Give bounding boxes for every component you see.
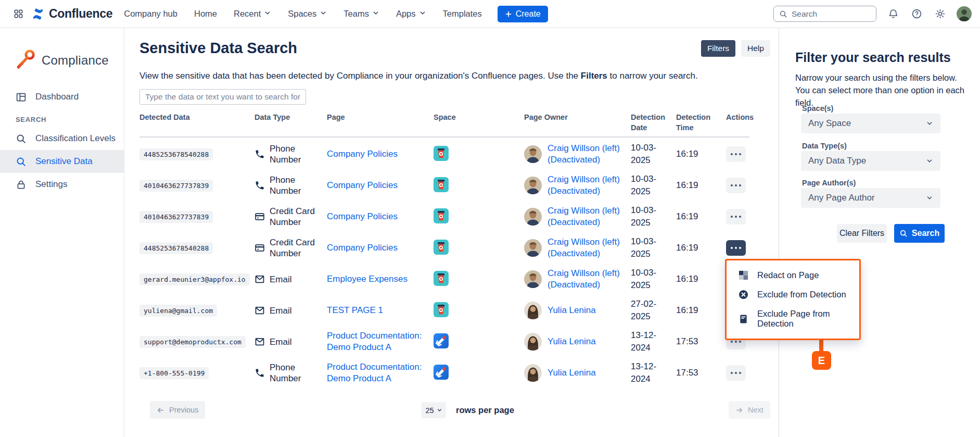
table-row: support@demoproductx.com Email Product D… <box>139 326 749 357</box>
page-description: View the sensitive data that has been de… <box>139 71 698 81</box>
previous-page-button[interactable]: Previous <box>150 401 205 419</box>
column-header-data-type: Data Type <box>254 113 327 133</box>
nav-item-home[interactable]: Home <box>194 9 217 19</box>
page-owner-link[interactable]: Craig Willson (left) (Deactivated) <box>548 268 630 291</box>
page-owner-link[interactable]: Yulia Lenina <box>548 336 596 347</box>
notifications-bell-icon[interactable] <box>886 7 900 21</box>
row-actions-button[interactable] <box>726 365 746 381</box>
detected-data-value: +1-800-555-0199 <box>139 367 209 379</box>
settings-gear-icon[interactable] <box>933 7 947 21</box>
page-owner-link[interactable]: Craig Willson (left) (Deactivated) <box>548 143 630 166</box>
page-owner-link[interactable]: Yulia Lenina <box>548 367 596 379</box>
filter-select-spaces[interactable]: Any Space <box>801 114 940 133</box>
filter-select-value: Any Data Type <box>808 156 866 166</box>
coffee-space-icon[interactable] <box>434 146 449 161</box>
page-link[interactable]: Product Documentation: Demo Product A <box>327 361 425 384</box>
global-search[interactable] <box>773 6 876 22</box>
column-header-actions: Actions <box>726 113 749 133</box>
avatar-craig <box>524 177 542 194</box>
exclude-page-icon <box>739 314 748 324</box>
dashboard-icon <box>16 92 27 103</box>
credit-card-icon <box>254 211 265 222</box>
search-icon <box>16 156 27 167</box>
page-owner-link[interactable]: Yulia Lenina <box>548 305 596 316</box>
app-switcher-icon[interactable] <box>9 5 27 23</box>
data-type-label: Phone Number <box>270 174 319 197</box>
row-actions-button[interactable] <box>726 240 746 256</box>
help-icon[interactable] <box>910 7 923 21</box>
detection-time: 16:19 <box>676 148 726 160</box>
avatar-craig <box>524 145 542 163</box>
page-link[interactable]: Company Policies <box>327 242 398 254</box>
rocket-space-icon[interactable] <box>434 365 449 380</box>
menu-item-redact-on-page[interactable]: Redact on Page <box>727 266 859 285</box>
data-search-input[interactable] <box>139 89 306 105</box>
detected-data-value: 4485253678540288 <box>139 242 213 254</box>
avatar-craig <box>524 239 542 257</box>
menu-item-exclude-page-from-detection[interactable]: Exclude Page from Detection <box>727 304 859 333</box>
filter-search-button[interactable]: Search <box>894 224 945 243</box>
compliance-app-name: Compliance <box>42 53 109 68</box>
coffee-space-icon[interactable] <box>434 177 449 192</box>
column-header-detected-data: Detected Data <box>139 113 254 133</box>
sidebar-item-classification-levels[interactable]: Classification Levels <box>0 127 124 150</box>
detected-data-value: support@demoproductx.com <box>139 336 246 348</box>
filter-select-data-types[interactable]: Any Data Type <box>801 151 940 171</box>
nav-item-spaces[interactable]: Spaces <box>288 9 327 19</box>
nav-item-templates[interactable]: Templates <box>443 9 482 19</box>
nav-item-teams[interactable]: Teams <box>343 9 379 19</box>
rows-per-page-select[interactable]: 25 <box>422 402 446 418</box>
nav-item-company-hub[interactable]: Company hub <box>124 9 177 19</box>
menu-item-exclude-from-detection[interactable]: Exclude from Detection <box>727 285 859 304</box>
sidebar-item-sensitive-data[interactable]: Sensitive Data <box>0 150 124 173</box>
data-type-label: Credit Card Number <box>270 206 319 228</box>
page-owner-link[interactable]: Craig Willson (left) (Deactivated) <box>548 174 630 197</box>
detection-time: 16:19 <box>676 304 726 317</box>
global-search-input[interactable] <box>792 9 864 19</box>
detection-date: 10-03-2025 <box>631 142 676 167</box>
confluence-logo-icon <box>31 7 45 21</box>
coffee-space-icon[interactable] <box>434 240 449 255</box>
page-link[interactable]: Product Documentation: Demo Product A <box>327 330 425 353</box>
filter-select-page-authors[interactable]: Any Page Author <box>801 188 940 208</box>
page-link[interactable]: TEST PAGE 1 <box>327 305 383 316</box>
detected-data-value: yuliena@gmail.com <box>139 305 217 317</box>
nav-item-apps[interactable]: Apps <box>396 9 426 19</box>
rocket-space-icon[interactable] <box>434 333 449 348</box>
detection-date: 10-03-2025 <box>631 204 676 229</box>
sidebar-item-settings[interactable]: Settings <box>0 173 124 196</box>
clear-filters-button[interactable]: Clear Filters <box>837 224 887 243</box>
sidebar-section-search: SEARCH <box>16 116 46 123</box>
detection-date: 27-02-2025 <box>631 298 676 323</box>
annotation-badge: E <box>812 351 831 370</box>
user-avatar[interactable] <box>957 6 972 21</box>
menu-item-label: Exclude Page from Detection <box>757 309 859 329</box>
page-owner-link[interactable]: Craig Willson (left) (Deactivated) <box>548 236 630 259</box>
nav-item-recent[interactable]: Recent <box>234 9 271 19</box>
top-navigation: Confluence Company hubHomeRecentSpacesTe… <box>0 0 980 28</box>
chevron-down-icon <box>926 194 933 202</box>
coffee-space-icon[interactable] <box>434 208 449 223</box>
data-type-label: Phone Number <box>270 143 319 166</box>
sidebar-item-dashboard[interactable]: Dashboard <box>0 85 124 108</box>
page-owner-link[interactable]: Craig Willson (left) (Deactivated) <box>548 205 630 228</box>
detection-time: 16:19 <box>676 242 726 254</box>
page-link[interactable]: Company Policies <box>327 148 398 160</box>
lock-icon <box>16 179 27 190</box>
page-link[interactable]: Employee Expenses <box>327 273 408 285</box>
row-actions-button[interactable] <box>726 146 746 162</box>
page-link[interactable]: Company Policies <box>327 180 398 191</box>
arrow-left-icon <box>157 406 164 414</box>
confluence-logo[interactable]: Confluence <box>31 7 112 21</box>
help-button[interactable]: Help <box>741 40 770 57</box>
email-icon <box>254 336 265 347</box>
row-actions-button[interactable] <box>726 178 746 193</box>
coffee-space-icon[interactable] <box>434 302 449 317</box>
coffee-space-icon[interactable] <box>434 271 449 286</box>
page-link[interactable]: Company Policies <box>327 211 398 222</box>
filters-button[interactable]: Filters <box>701 40 735 57</box>
table-header: Detected DataData TypePageSpacePage Owne… <box>139 113 749 138</box>
next-page-button[interactable]: Next <box>729 401 770 419</box>
create-button[interactable]: Create <box>498 6 548 22</box>
row-actions-button[interactable] <box>726 209 746 224</box>
